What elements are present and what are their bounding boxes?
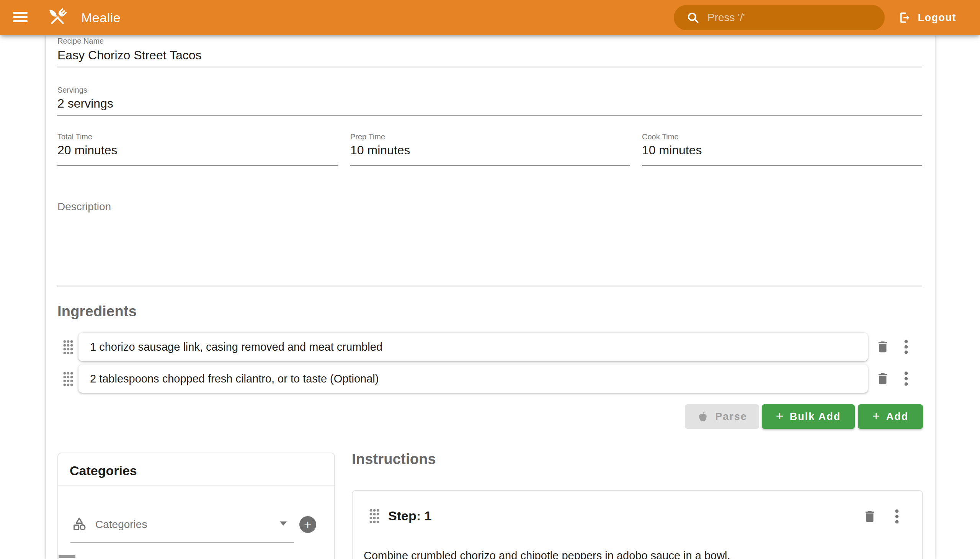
cook-time-input[interactable]	[642, 143, 922, 157]
drag-handle-icon[interactable]	[63, 340, 74, 356]
total-time-underline	[58, 165, 338, 166]
description-underline	[58, 286, 922, 286]
step-textarea[interactable]	[364, 548, 900, 559]
ingredient-input[interactable]	[89, 372, 857, 385]
recipe-name-label: Recipe Name	[58, 37, 104, 46]
add-category-button[interactable]: +	[299, 516, 316, 533]
logout-icon	[897, 10, 912, 25]
prep-time-underline	[350, 165, 630, 166]
kebab-menu-icon[interactable]	[904, 340, 908, 354]
recipe-name-input[interactable]	[58, 48, 922, 63]
plus-icon: +	[304, 517, 312, 532]
prep-time-input[interactable]	[350, 143, 630, 157]
drag-handle-icon[interactable]	[369, 508, 380, 525]
parse-label: Parse	[715, 411, 747, 423]
categories-select-underline	[70, 542, 294, 542]
categories-divider	[58, 485, 335, 486]
drag-handle-icon[interactable]	[63, 371, 74, 388]
prep-time-label: Prep Time	[350, 132, 385, 141]
logout-button[interactable]: Logout	[897, 0, 956, 35]
divider-fragment	[59, 555, 75, 558]
search-icon	[686, 11, 700, 25]
recipe-editor-page: Mealie Logout Recipe Name Servings Total…	[0, 0, 980, 559]
add-ingredient-button[interactable]: + Add	[858, 404, 923, 429]
kebab-menu-icon[interactable]	[904, 371, 908, 386]
shapes-icon	[71, 516, 87, 531]
total-time-input[interactable]	[58, 143, 338, 157]
silverware-logo-icon	[45, 5, 70, 30]
app-title: Mealie	[81, 0, 121, 35]
plus-icon: +	[776, 408, 783, 423]
ingredient-card	[78, 333, 868, 361]
servings-input[interactable]	[58, 96, 922, 111]
caret-down-icon[interactable]	[280, 521, 287, 526]
delete-icon[interactable]	[876, 371, 890, 386]
ingredient-input[interactable]	[89, 341, 857, 354]
kebab-menu-icon[interactable]	[895, 509, 899, 524]
ingredients-heading: Ingredients	[58, 303, 137, 320]
cook-time-label: Cook Time	[642, 132, 679, 141]
total-time-label: Total Time	[58, 132, 92, 141]
bulk-add-button[interactable]: + Bulk Add	[762, 404, 855, 429]
step-title: Step: 1	[388, 508, 431, 523]
plus-icon: +	[873, 408, 880, 423]
ingredient-card	[78, 364, 868, 393]
apple-icon	[697, 410, 709, 423]
servings-label: Servings	[58, 86, 87, 94]
delete-icon[interactable]	[876, 340, 890, 354]
app-bar: Mealie Logout	[0, 0, 980, 35]
categories-title: Categories	[70, 463, 137, 478]
description-label: Description	[58, 201, 111, 213]
cook-time-underline	[642, 165, 922, 166]
search-input[interactable]	[707, 11, 854, 24]
parse-button[interactable]: Parse	[685, 404, 759, 429]
servings-underline	[58, 115, 922, 116]
ingredient-row	[0, 364, 980, 393]
recipe-name-underline	[58, 67, 922, 68]
menu-icon[interactable]	[13, 10, 30, 26]
logout-label: Logout	[918, 12, 956, 24]
bulk-add-label: Bulk Add	[790, 411, 841, 423]
add-label: Add	[886, 411, 909, 423]
ingredient-row	[0, 333, 980, 361]
categories-select-label: Categories	[95, 518, 147, 531]
delete-icon[interactable]	[863, 509, 877, 524]
instructions-heading: Instructions	[352, 451, 436, 468]
search-bar[interactable]	[674, 5, 885, 30]
description-textarea[interactable]	[58, 218, 922, 283]
